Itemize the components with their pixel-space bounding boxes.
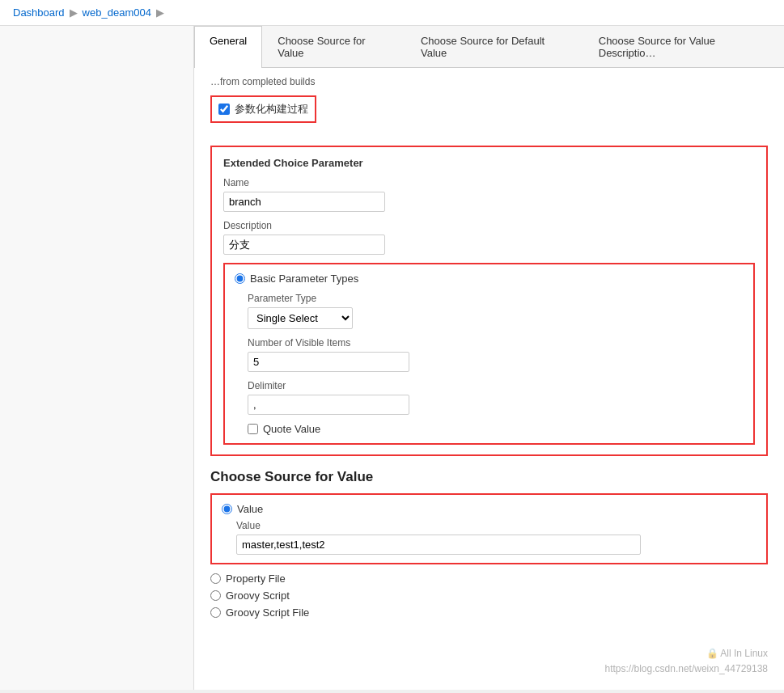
tab-choose-source-desc[interactable]: Choose Source for Value Descriptio… [583,26,784,67]
delimiter-row: Delimiter [235,380,744,415]
param-type-label: Parameter Type [248,293,744,304]
quote-value-label: Quote Value [263,423,320,435]
tab-choose-source-default[interactable]: Choose Source for Default Value [405,26,583,67]
watermark-url: https://blog.csdn.net/weixn_44729138 [605,661,768,677]
content-area: General Choose Source for Value Choose S… [194,26,784,690]
choose-source-section: Choose Source for Value Value Value Pr [210,469,768,619]
visible-items-label: Number of Visible Items [248,337,744,349]
top-hint: …from completed builds [210,76,768,87]
name-label: Name [223,177,755,188]
value-sub-label: Value [236,520,756,531]
radio-property-row: Property File [210,573,768,585]
radio-basic-param[interactable] [235,273,245,284]
name-input[interactable] [223,192,385,212]
value-sub-section: Value [222,520,756,555]
parameterize-label: 参数化构建过程 [235,102,308,116]
extended-choice-section: Extended Choice Parameter Name Descripti… [210,146,768,456]
visible-items-row: Number of Visible Items [235,337,744,372]
param-type-select[interactable]: Single Select Multi Select Check Boxes R… [248,307,353,329]
radio-groovy-label: Groovy Script [226,589,290,602]
choose-source-title: Choose Source for Value [210,469,768,485]
basic-param-block: Basic Parameter Types Parameter Type Sin… [223,263,755,445]
radio-basic-param-label: Basic Parameter Types [250,273,358,285]
radio-groovy-file-row: Groovy Script File [210,606,768,619]
parameterize-checkbox[interactable] [218,104,230,115]
value-source-block: Value Value [210,493,768,564]
tab-general[interactable]: General [194,26,262,68]
radio-groovy-row: Groovy Script [210,589,768,602]
radio-groovy-script[interactable] [210,590,221,601]
description-input[interactable] [223,235,385,255]
radio-property-label: Property File [226,573,286,585]
radio-groovy-script-file[interactable] [210,607,221,618]
parameterize-checkbox-label[interactable]: 参数化构建过程 [210,95,316,123]
watermark: 🔒 All In Linux https://blog.csdn.net/wei… [605,646,768,677]
main-content: General Choose Source for Value Choose S… [0,26,784,690]
radio-value[interactable] [222,504,232,514]
radio-basic-param-row: Basic Parameter Types [235,273,744,285]
form-body: …from completed builds 参数化构建过程 Extended … [194,68,784,640]
quote-value-checkbox[interactable] [248,424,258,434]
radio-property-file[interactable] [210,573,221,584]
param-type-row: Parameter Type Single Select Multi Selec… [235,293,744,329]
breadcrumb-project[interactable]: web_deam004 [83,6,151,19]
watermark-icon: 🔒 All In Linux [605,646,768,661]
section-title: Extended Choice Parameter [223,157,755,169]
tab-choose-source-value[interactable]: Choose Source for Value [262,26,405,67]
radio-groovy-file-label: Groovy Script File [226,606,309,619]
visible-items-input[interactable] [248,352,409,372]
delimiter-label: Delimiter [248,380,744,391]
value-input[interactable] [236,535,641,555]
quote-value-row: Quote Value [235,423,744,435]
breadcrumb: Dashboard ▶ web_deam004 ▶ [0,0,784,26]
breadcrumb-dashboard[interactable]: Dashboard [13,6,65,19]
radio-value-label: Value [237,503,263,515]
description-label: Description [223,220,755,231]
sidebar [0,26,194,690]
delimiter-input[interactable] [248,395,409,415]
tabs-bar: General Choose Source for Value Choose S… [194,26,784,68]
radio-value-row: Value [222,503,756,515]
